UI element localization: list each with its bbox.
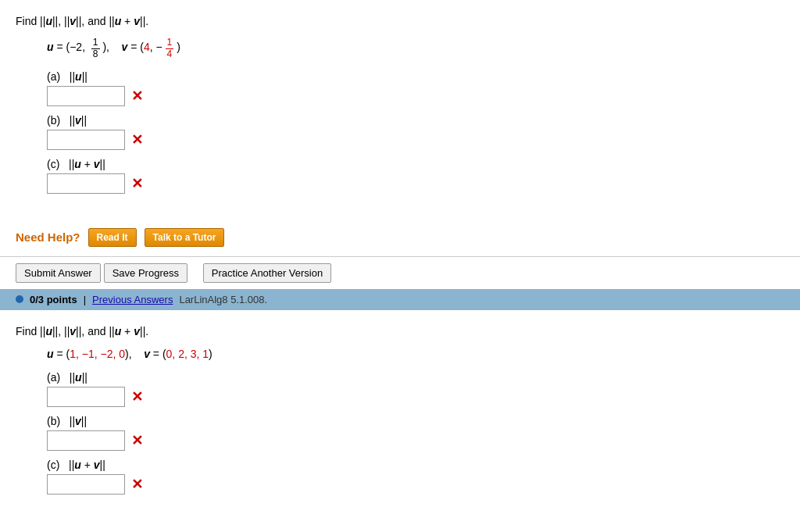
p2-part-c-input-row: ✕: [47, 474, 784, 495]
need-help-bar: Need Help? Read It Talk to a Tutor: [16, 228, 784, 247]
problem2-part-a: (a) ||u|| ✕: [47, 371, 784, 407]
save-button[interactable]: Save Progress: [104, 263, 188, 283]
part-b-label: (b) ||v||: [47, 114, 784, 127]
action-bar: Submit Answer Save Progress Practice Ano…: [0, 257, 800, 289]
part-c-error-icon: ✕: [131, 175, 143, 192]
part-a-input-row: ✕: [47, 86, 784, 106]
part-c-input[interactable]: [47, 173, 125, 194]
points-score: 0/3 points: [30, 294, 77, 305]
p2-part-a-error-icon: ✕: [131, 388, 143, 405]
practice-another-button[interactable]: Practice Another Version: [203, 263, 331, 283]
p2-part-a-input-row: ✕: [47, 387, 784, 407]
p2-part-b-input-row: ✕: [47, 430, 784, 451]
problem1-part-b: (b) ||v|| ✕: [47, 114, 784, 150]
problem2-vectors: u = (1, −1, −2, 0), v = (0, 2, 3, 1): [47, 348, 784, 360]
read-it-button[interactable]: Read It: [88, 228, 137, 247]
part-b-error-icon: ✕: [131, 131, 143, 148]
course-reference: LarLinAlg8 5.1.008.: [179, 294, 267, 305]
part-a-input[interactable]: [47, 86, 125, 106]
problem2-part-c: (c) ||u + v|| ✕: [47, 459, 784, 495]
p2-part-b-input[interactable]: [47, 430, 125, 451]
points-separator: |: [84, 294, 86, 305]
spacer: [194, 266, 197, 279]
part-c-label: (c) ||u + v||: [47, 158, 784, 170]
previous-answers-link[interactable]: Previous Answers: [92, 294, 173, 305]
problem1-part-c: (c) ||u + v|| ✕: [47, 158, 784, 194]
part-c-input-row: ✕: [47, 173, 784, 194]
problem2-part-b: (b) ||v|| ✕: [47, 415, 784, 451]
submit-button[interactable]: Submit Answer: [16, 263, 101, 283]
part-a-label: (a) ||u||: [47, 70, 784, 83]
problem2-section: Find ||u||, ||v||, and ||u + v||. u = (1…: [0, 310, 800, 515]
p2-part-c-label: (c) ||u + v||: [47, 459, 784, 471]
p2-part-b-label: (b) ||v||: [47, 415, 784, 427]
problem1-part-a: (a) ||u|| ✕: [47, 70, 784, 106]
talk-to-tutor-button[interactable]: Talk to a Tutor: [145, 228, 225, 247]
part-a-error-icon: ✕: [131, 87, 143, 105]
p2-part-b-error-icon: ✕: [131, 432, 143, 449]
problem1-vectors: u = (−2, 18 ), v = (4, − 14 ): [47, 37, 784, 59]
p2-part-a-label: (a) ||u||: [47, 371, 784, 384]
problem1-section: Find ||u||, ||v||, and ||u + v||. u = (−…: [0, 0, 800, 214]
points-bar: 0/3 points | Previous Answers LarLinAlg8…: [0, 289, 800, 310]
need-help-label: Need Help?: [16, 230, 80, 244]
problem1-title: Find ||u||, ||v||, and ||u + v||.: [16, 12, 784, 30]
part-b-input[interactable]: [47, 130, 125, 150]
part-b-input-row: ✕: [47, 130, 784, 150]
p2-part-a-input[interactable]: [47, 387, 125, 407]
problem2-title: Find ||u||, ||v||, and ||u + v||.: [16, 323, 784, 340]
p2-part-c-error-icon: ✕: [131, 476, 143, 493]
p2-part-c-input[interactable]: [47, 474, 125, 495]
points-dot-icon: [16, 295, 23, 303]
